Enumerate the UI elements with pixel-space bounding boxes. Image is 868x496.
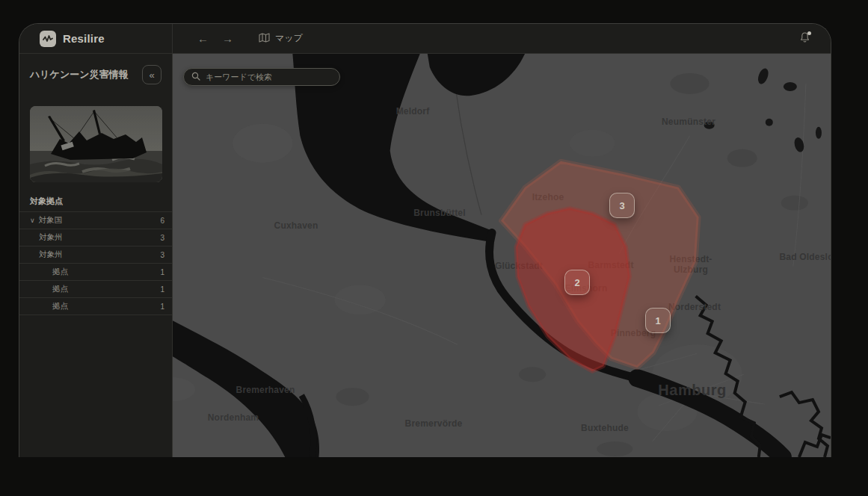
- notification-dot: [807, 31, 811, 35]
- city-label-hamburg: Hamburg: [658, 382, 726, 399]
- notifications-button[interactable]: [796, 31, 813, 47]
- site-tree: ∨対象国6対象州3対象州3拠点1拠点1拠点1: [19, 211, 172, 315]
- chevron-down-icon[interactable]: ∨: [30, 217, 35, 224]
- city-label-gl-ckstadt: Glückstadt: [495, 261, 543, 271]
- sidebar: Resilire ハリケンーン災害情報 «: [19, 24, 173, 457]
- map-marker-3[interactable]: 3: [609, 193, 635, 218]
- map-marker-1[interactable]: 1: [645, 308, 671, 333]
- tree-row-count: 1: [160, 285, 164, 294]
- search-input[interactable]: [206, 72, 332, 81]
- brand-header: Resilire: [19, 24, 172, 54]
- panel-header: ハリケンーン災害情報 «: [19, 54, 172, 96]
- tab-map-label: マップ: [275, 32, 303, 45]
- tree-row-0[interactable]: ∨対象国6: [19, 212, 172, 229]
- panel-title: ハリケンーン災害情報: [30, 68, 142, 81]
- tree-row-1[interactable]: 対象州3: [19, 229, 172, 247]
- tree-row-4[interactable]: 拠点1: [19, 281, 172, 298]
- tree-row-count: 1: [160, 303, 164, 311]
- city-label-bremerhaven: Bremerhaven: [236, 385, 295, 395]
- tree-row-label: 対象州: [39, 249, 63, 260]
- screen: Resilire ハリケンーン災害情報 «: [0, 0, 868, 496]
- tree-row-label: 対象州: [39, 232, 63, 243]
- resilire-logo-icon: [40, 31, 56, 47]
- tree-row-label: 拠点: [52, 284, 68, 294]
- tree-row-label: 拠点: [52, 301, 68, 311]
- collapse-sidebar-button[interactable]: «: [142, 65, 161, 84]
- city-label-henstedt-ulzburg: Henstedt-Ulzburg: [663, 255, 718, 276]
- tree-row-count: 3: [160, 251, 164, 259]
- tab-map[interactable]: マップ: [259, 32, 303, 45]
- tree-row-count: 3: [160, 234, 164, 242]
- map-icon: [259, 33, 270, 45]
- tree-row-label: 対象国: [39, 215, 63, 226]
- city-label-nordenham: Nordenham: [208, 412, 259, 423]
- search-icon: [191, 70, 200, 84]
- tree-row-2[interactable]: 対象州3: [19, 247, 172, 264]
- chevron-double-left-icon: «: [149, 70, 154, 80]
- city-label-buxtehude: Buxtehude: [581, 423, 629, 433]
- city-label-bremerv-rde: Bremervörde: [405, 418, 463, 429]
- tree-row-5[interactable]: 拠点1: [19, 298, 172, 315]
- city-label-norderstedt: Norderstedt: [668, 302, 721, 312]
- city-label-barmstedt: Barmstedt: [588, 260, 633, 270]
- main-area: ← → マップ: [173, 24, 831, 457]
- map-marker-2[interactable]: 2: [564, 270, 590, 295]
- city-label-itzehoe: Itzehoe: [532, 192, 564, 202]
- map-labels: MeldorfNeumünsterCuxhavenBrunsbüttelItze…: [173, 54, 831, 457]
- city-label-cuxhaven: Cuxhaven: [274, 220, 318, 231]
- brand-name: Resilire: [63, 32, 105, 45]
- city-label-brunsb-ttel: Brunsbüttel: [413, 208, 466, 218]
- map-search[interactable]: [183, 68, 340, 86]
- back-button[interactable]: ←: [193, 31, 213, 46]
- section-header: 対象拠点: [30, 196, 161, 207]
- app-window: Resilire ハリケンーン災害情報 «: [19, 23, 831, 457]
- forward-button[interactable]: →: [218, 31, 238, 46]
- city-label-meldorf: Meldorf: [396, 106, 430, 117]
- tree-row-label: 拠点: [52, 267, 68, 277]
- city-label-bad-oldesloe: Bad Oldesloe: [779, 252, 831, 262]
- tree-row-count: 1: [160, 268, 164, 276]
- tree-row-3[interactable]: 拠点1: [19, 264, 172, 281]
- map-canvas[interactable]: MeldorfNeumünsterCuxhavenBrunsbüttelItze…: [173, 54, 831, 457]
- tree-row-count: 6: [160, 217, 164, 225]
- city-label-neum-nster: Neumünster: [662, 117, 715, 127]
- topbar: ← → マップ: [173, 24, 831, 54]
- disaster-photo: [30, 106, 162, 182]
